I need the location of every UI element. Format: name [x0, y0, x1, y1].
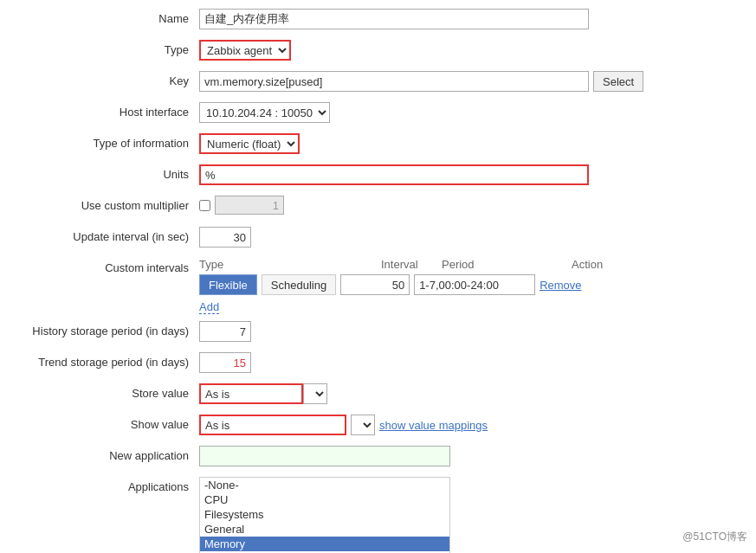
- show-value-text: [199, 415, 346, 435]
- show-value-label: Show value: [17, 415, 199, 431]
- key-input[interactable]: [199, 71, 589, 92]
- type-select[interactable]: Zabbix agent: [199, 40, 291, 61]
- list-item[interactable]: Memory: [200, 537, 449, 551]
- store-value-text: [199, 383, 303, 404]
- ci-add-link[interactable]: Add: [199, 300, 219, 314]
- store-value-select[interactable]: [303, 383, 327, 404]
- type-label: Type: [17, 40, 199, 56]
- watermark: @51CTO博客: [682, 530, 747, 544]
- scheduling-button[interactable]: Scheduling: [262, 274, 336, 295]
- ci-interval-input[interactable]: [340, 274, 410, 295]
- custom-intervals-label: Custom intervals: [17, 258, 199, 274]
- ci-period-header: Period: [433, 258, 572, 271]
- ci-interval-header: Interval: [338, 258, 433, 271]
- name-input[interactable]: [199, 9, 589, 29]
- custom-multiplier-checkbox[interactable]: [199, 200, 210, 211]
- select-button[interactable]: Select: [593, 71, 643, 92]
- show-value-mappings-link[interactable]: show value mappings: [379, 419, 488, 432]
- name-label: Name: [17, 9, 199, 25]
- key-label: Key: [17, 71, 199, 87]
- history-input[interactable]: [199, 321, 251, 342]
- host-interface-label: Host interface: [17, 102, 199, 119]
- trend-label: Trend storage period (in days): [17, 352, 199, 369]
- store-value-label: Store value: [17, 383, 199, 400]
- ci-period-input[interactable]: [414, 274, 535, 295]
- type-of-info-select[interactable]: Numeric (float): [199, 133, 300, 154]
- type-of-info-label: Type of information: [17, 133, 199, 150]
- list-item[interactable]: Filesystems: [200, 507, 449, 522]
- ci-remove-link[interactable]: Remove: [540, 279, 581, 292]
- units-label: Units: [17, 164, 199, 181]
- list-item[interactable]: CPU: [200, 492, 449, 507]
- ci-type-header: Type: [199, 258, 338, 271]
- host-interface-select[interactable]: 10.10.204.24 : 10050: [199, 102, 330, 123]
- ci-action-header: Action: [572, 258, 641, 271]
- update-interval-input[interactable]: [199, 227, 251, 248]
- applications-list[interactable]: -None- CPU Filesystems General Memory: [199, 477, 450, 553]
- trend-input[interactable]: [199, 352, 251, 373]
- applications-label: Applications: [17, 477, 199, 493]
- multiplier-value: [215, 196, 284, 215]
- update-interval-label: Update interval (in sec): [17, 227, 199, 243]
- custom-multiplier-label: Use custom multiplier: [17, 196, 199, 212]
- list-item[interactable]: General: [200, 522, 449, 537]
- show-value-select[interactable]: [351, 415, 375, 435]
- new-application-input[interactable]: [199, 446, 450, 466]
- new-application-label: New application: [17, 446, 199, 462]
- list-item[interactable]: -None-: [200, 478, 449, 492]
- flexible-button[interactable]: Flexible: [199, 274, 257, 295]
- units-input[interactable]: [199, 164, 589, 185]
- history-label: History storage period (in days): [17, 321, 199, 338]
